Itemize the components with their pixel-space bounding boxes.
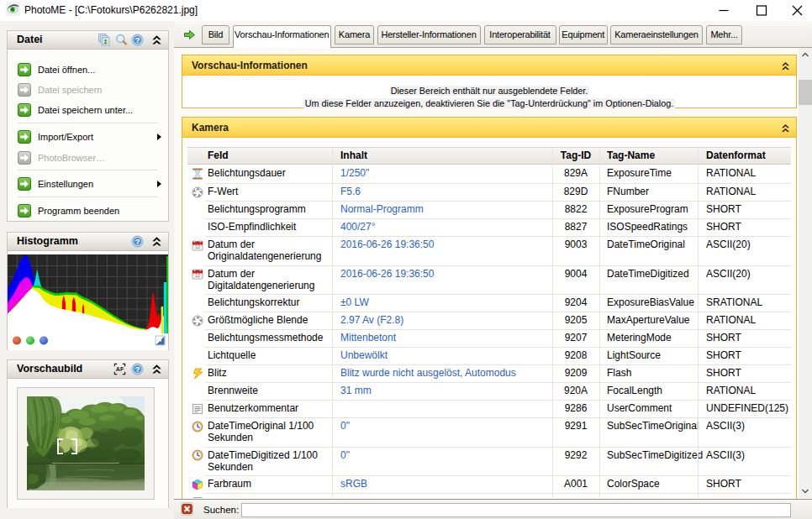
svg-text:AF: AF [116,366,124,372]
svg-text:?: ? [135,365,140,374]
svg-text:?: ? [135,238,140,246]
svg-text:12: 12 [195,244,200,249]
svg-text:?: ? [135,36,140,45]
svg-text:12: 12 [195,273,200,278]
